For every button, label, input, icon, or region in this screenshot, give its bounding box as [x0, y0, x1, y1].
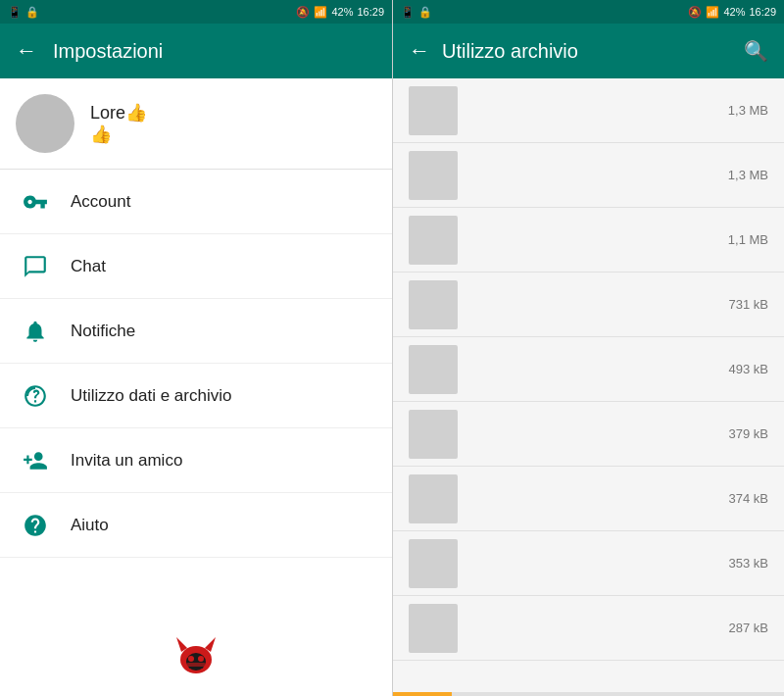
chat-icon: [16, 247, 55, 286]
status-signal-icon: 📶: [314, 6, 327, 19]
right-status-time: 16:29: [749, 6, 776, 18]
left-back-button[interactable]: ←: [16, 38, 37, 64]
right-status-volume: 🔕: [688, 6, 702, 19]
scroll-indicator: [393, 692, 784, 696]
right-panel: 📱 🔒 🔕 📶 42% 16:29 ← Utilizzo archivio 🔍 …: [392, 0, 784, 696]
storage-size-8: 353 kB: [714, 556, 768, 571]
right-status-bar: 📱 🔒 🔕 📶 42% 16:29: [393, 0, 784, 24]
right-status-bar-right: 🔕 📶 42% 16:29: [688, 6, 776, 19]
settings-menu-list: Account Chat Notifiche Utilizzo dati e a…: [0, 170, 392, 618]
status-bar-right: 🔕 📶 42% 16:29: [296, 6, 384, 19]
storage-thumb-2: [409, 151, 458, 200]
status-volume-icon: 🔕: [296, 6, 310, 19]
storage-item-7[interactable]: 374 kB: [393, 467, 784, 531]
menu-label-utilizzo: Utilizzo dati e archivio: [71, 386, 231, 406]
profile-name: Lore👍 👍: [90, 102, 147, 145]
storage-thumb-3: [409, 216, 458, 265]
storage-item-5[interactable]: 493 kB: [393, 337, 784, 402]
bottom-brand: [0, 618, 392, 696]
right-back-button[interactable]: ←: [409, 38, 430, 64]
storage-thumb-6: [409, 410, 458, 459]
right-toolbar-title: Utilizzo archivio: [442, 40, 732, 63]
menu-label-invita: Invita un amico: [71, 451, 182, 471]
profile-section[interactable]: Lore👍 👍: [0, 78, 392, 170]
right-status-signal: 📶: [706, 6, 719, 19]
menu-label-notifiche: Notifiche: [71, 322, 135, 341]
storage-item-6[interactable]: 379 kB: [393, 402, 784, 467]
right-appbar: ← Utilizzo archivio 🔍: [393, 24, 784, 78]
storage-thumb-8: [409, 539, 458, 588]
menu-item-notifiche[interactable]: Notifiche: [0, 299, 392, 364]
menu-item-utilizzo[interactable]: Utilizzo dati e archivio: [0, 364, 392, 428]
storage-thumb-1: [409, 86, 458, 135]
storage-size-5: 493 kB: [714, 362, 768, 376]
left-panel: 📱 🔒 🔕 📶 42% 16:29 ← Impostazioni Lore👍 👍…: [0, 0, 392, 696]
storage-thumb-4: [409, 280, 458, 329]
storage-item-4[interactable]: 731 kB: [393, 273, 784, 337]
status-time: 16:29: [357, 6, 384, 18]
storage-item-1[interactable]: 1,3 MB: [393, 78, 784, 143]
menu-label-aiuto: Aiuto: [71, 516, 109, 535]
menu-item-aiuto[interactable]: Aiuto: [0, 493, 392, 558]
menu-label-chat: Chat: [71, 257, 106, 276]
menu-item-invita[interactable]: Invita un amico: [0, 428, 392, 493]
storage-item-9[interactable]: 287 kB: [393, 596, 784, 661]
storage-item-3[interactable]: 1,1 MB: [393, 208, 784, 273]
status-bar-left-icons: 📱 🔒: [8, 6, 39, 19]
storage-thumb-7: [409, 474, 458, 523]
status-icon-phone: 📱: [8, 6, 22, 19]
storage-size-6: 379 kB: [714, 426, 768, 441]
person-add-icon: [16, 441, 55, 480]
right-status-icon-phone: 📱: [401, 6, 415, 19]
storage-item-2[interactable]: 1,3 MB: [393, 143, 784, 208]
storage-list: 1,3 MB 1,3 MB 1,1 MB 731 kB 493 kB 379 k…: [393, 78, 784, 692]
svg-point-4: [188, 656, 194, 662]
help-icon: [16, 506, 55, 545]
storage-thumb-9: [409, 604, 458, 653]
left-toolbar-title: Impostazioni: [53, 40, 376, 63]
account-icon: [16, 182, 55, 222]
storage-thumb-5: [409, 345, 458, 394]
storage-size-2: 1,3 MB: [714, 168, 768, 182]
storage-size-1: 1,3 MB: [714, 103, 768, 118]
status-icon-lock: 🔒: [25, 6, 39, 19]
left-toolbar: ← Impostazioni: [0, 24, 392, 78]
avatar: [16, 94, 74, 153]
status-battery-pct: 42%: [331, 6, 353, 18]
right-status-battery: 42%: [723, 6, 745, 18]
svg-rect-6: [186, 663, 206, 667]
right-status-icon-lock: 🔒: [418, 6, 432, 19]
storage-item-8[interactable]: 353 kB: [393, 531, 784, 596]
menu-item-account[interactable]: Account: [0, 170, 392, 234]
storage-size-4: 731 kB: [714, 297, 768, 312]
right-search-button[interactable]: 🔍: [744, 39, 768, 63]
devil-logo-icon: [172, 632, 220, 681]
menu-item-chat[interactable]: Chat: [0, 234, 392, 299]
storage-size-9: 287 kB: [714, 621, 768, 635]
scroll-bar: [393, 692, 452, 696]
storage-size-7: 374 kB: [714, 491, 768, 506]
menu-label-account: Account: [71, 192, 130, 212]
svg-point-3: [186, 653, 206, 671]
right-status-bar-left: 📱 🔒: [401, 6, 432, 19]
svg-point-5: [198, 656, 204, 662]
data-usage-icon: [16, 376, 55, 416]
bell-icon: [16, 312, 55, 351]
left-status-bar: 📱 🔒 🔕 📶 42% 16:29: [0, 0, 392, 24]
storage-size-3: 1,1 MB: [714, 232, 768, 247]
